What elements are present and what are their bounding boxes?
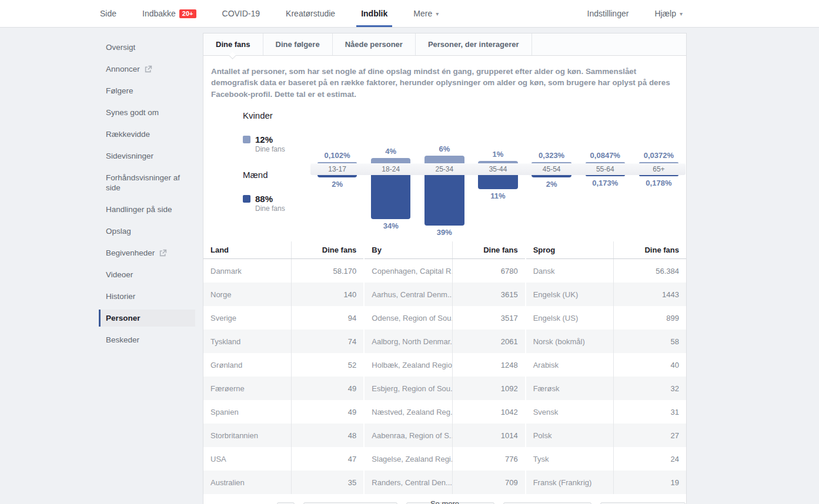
table-row: Engelsk (UK)1443 bbox=[526, 283, 686, 306]
nav-item-side[interactable]: Side bbox=[87, 0, 129, 27]
chart-column-35-44: 1% bbox=[471, 109, 524, 163]
tab-personer-der-interagerer[interactable]: Personer, der interagerer bbox=[416, 33, 532, 55]
chart-column-13-17: 2% bbox=[310, 175, 364, 236]
bar-female-65[interactable] bbox=[639, 162, 678, 163]
row-value: 19 bbox=[614, 471, 686, 494]
chart-column-25-34: 6% bbox=[417, 109, 471, 163]
nav-item-hj-lp[interactable]: Hjælp▾ bbox=[641, 0, 696, 27]
column-header-sprog[interactable]: Sprog bbox=[526, 241, 614, 258]
bar-label-female-25-34: 6% bbox=[417, 145, 471, 153]
tab-label: Nåede personer bbox=[345, 40, 403, 49]
age-tick-55-64: 55-64 bbox=[579, 163, 632, 175]
bar-female-18-24[interactable] bbox=[371, 158, 410, 163]
sidebar-item-oversigt[interactable]: Oversigt bbox=[99, 39, 195, 56]
table-row: Spanien49 bbox=[203, 400, 363, 424]
legend-women-title: Kvinder bbox=[243, 110, 310, 120]
bar-female-25-34[interactable] bbox=[424, 156, 464, 163]
table-by: ByDine fansCopenhagen, Capital R...6780A… bbox=[365, 241, 524, 494]
row-name: Sverige bbox=[203, 306, 292, 330]
sidebar-item-forh-ndsvisninger-af-side[interactable]: Forhåndsvisninger af side bbox=[99, 169, 195, 196]
bar-male-13-17[interactable] bbox=[317, 175, 357, 177]
row-name: Engelsk (UK) bbox=[526, 283, 614, 306]
sidebar-item-f-lgere[interactable]: Følgere bbox=[99, 82, 195, 99]
nav-item-indstillinger[interactable]: Indstillinger bbox=[574, 0, 642, 27]
bar-male-45-54[interactable] bbox=[531, 175, 571, 177]
bar-female-13-17[interactable] bbox=[317, 162, 357, 163]
row-name: Næstved, Zealand Reg... bbox=[365, 400, 453, 424]
row-name: Aarhus, Central Denm... bbox=[365, 283, 453, 306]
chart-column-45-54: 0,323% bbox=[525, 109, 579, 163]
tab-dine-f-lgere[interactable]: Dine følgere bbox=[263, 33, 333, 55]
sidebar-item-historier[interactable]: Historier bbox=[99, 288, 195, 305]
sidebar-item-personer[interactable]: Personer bbox=[99, 310, 195, 327]
bar-male-35-44[interactable] bbox=[478, 175, 517, 189]
men-swatch bbox=[243, 195, 250, 203]
sidebar-item-r-kkevidde[interactable]: Rækkevidde bbox=[99, 126, 195, 143]
row-value: 56.384 bbox=[614, 259, 686, 283]
sidebar-item-synes-godt-om[interactable]: Synes godt om bbox=[99, 104, 195, 121]
nav-item-indblik[interactable]: Indblik bbox=[348, 0, 400, 27]
nav-item-kreat-rstudie[interactable]: Kreatørstudie bbox=[273, 0, 348, 27]
bar-female-55-64[interactable] bbox=[586, 162, 625, 163]
tab-dine-fans[interactable]: Dine fans bbox=[203, 33, 263, 55]
table-row: Færøerne49 bbox=[203, 377, 363, 400]
bar-female-35-44[interactable] bbox=[478, 161, 517, 163]
table-row: Norsk (bokmål)58 bbox=[526, 330, 686, 353]
bar-label-male-13-17: 2% bbox=[310, 180, 364, 189]
sidebar-item-label: Oversigt bbox=[106, 42, 135, 52]
sidebar-item-videoer[interactable]: Videoer bbox=[99, 266, 195, 283]
sidebar-item-beskeder[interactable]: Beskeder bbox=[99, 331, 195, 348]
see-more-link[interactable]: Se mere bbox=[203, 499, 686, 504]
sidebar-item-begivenheder[interactable]: Begivenheder bbox=[99, 244, 195, 261]
column-header-dine-fans[interactable]: Dine fans bbox=[292, 241, 364, 258]
bar-male-55-64[interactable] bbox=[586, 175, 625, 176]
chart-column-55-64: 0,173% bbox=[579, 175, 632, 236]
chart-column-18-24: 34% bbox=[364, 175, 417, 236]
nav-item-label: Mere bbox=[413, 9, 432, 18]
bar-label-female-55-64: 0,0847% bbox=[579, 151, 632, 160]
column-header-land[interactable]: Land bbox=[203, 241, 292, 258]
column-header-dine-fans[interactable]: Dine fans bbox=[614, 241, 686, 258]
chevron-down-icon: ▾ bbox=[436, 11, 439, 17]
top-navigation: SideIndbakke20+COVID-19KreatørstudieIndb… bbox=[0, 0, 819, 28]
nav-item-label: Hjælp bbox=[654, 9, 676, 18]
row-value: 32 bbox=[614, 377, 686, 400]
sidebar-item-annoncer[interactable]: Annoncer bbox=[99, 61, 195, 78]
row-value: 709 bbox=[453, 471, 525, 494]
table-row: Arabisk40 bbox=[526, 353, 686, 377]
nav-item-covid-19[interactable]: COVID-19 bbox=[209, 0, 273, 27]
nav-item-indbakke[interactable]: Indbakke20+ bbox=[129, 0, 209, 27]
tab-n-ede-personer[interactable]: Nåede personer bbox=[333, 33, 416, 55]
age-tick-35-44: 35-44 bbox=[471, 163, 524, 175]
tab-label: Personer, der interagerer bbox=[428, 40, 519, 49]
row-name: Dansk bbox=[526, 259, 614, 283]
row-value: 31 bbox=[614, 400, 686, 424]
column-header-dine-fans[interactable]: Dine fans bbox=[453, 241, 525, 258]
sidebar-item-label: Opslag bbox=[106, 226, 131, 236]
bar-male-65[interactable] bbox=[639, 175, 678, 176]
sidebar-item-label: Synes godt om bbox=[106, 107, 159, 117]
table-row: Dansk56.384 bbox=[526, 259, 686, 283]
table-row: Polsk27 bbox=[526, 424, 686, 447]
age-gender-bar-chart: 0,102%4%6%1%0,323%0,0847%0,0372% 13-1718… bbox=[310, 109, 686, 236]
row-name: Aalborg, North Denmar... bbox=[365, 330, 453, 353]
row-name: Tysk bbox=[526, 447, 614, 471]
chart-column-35-44: 11% bbox=[471, 175, 524, 236]
nav-item-label: Kreatørstudie bbox=[286, 9, 335, 18]
sidebar-item-sidevisninger[interactable]: Sidevisninger bbox=[99, 147, 195, 164]
bar-label-male-55-64: 0,173% bbox=[579, 179, 632, 187]
bar-female-45-54[interactable] bbox=[531, 162, 571, 163]
chart-legend: Kvinder 12% Dine fans Mænd 88% Dine fans bbox=[203, 109, 310, 236]
age-tick-13-17: 13-17 bbox=[310, 163, 364, 175]
row-name: Danmark bbox=[203, 259, 292, 283]
bar-male-18-24[interactable] bbox=[371, 175, 410, 219]
chart-column-13-17: 0,102% bbox=[310, 109, 364, 163]
sidebar-item-label: Beskeder bbox=[106, 335, 139, 345]
sidebar-item-label: Videoer bbox=[106, 270, 133, 280]
people-insights-card: Dine fansDine følgereNåede personerPerso… bbox=[203, 33, 687, 504]
sidebar-item-handlinger-p-side[interactable]: Handlinger på side bbox=[99, 201, 195, 218]
nav-item-mere[interactable]: Mere▾ bbox=[400, 0, 452, 27]
column-header-by[interactable]: By bbox=[365, 241, 453, 258]
bar-male-25-34[interactable] bbox=[424, 175, 464, 226]
sidebar-item-opslag[interactable]: Opslag bbox=[99, 223, 195, 240]
